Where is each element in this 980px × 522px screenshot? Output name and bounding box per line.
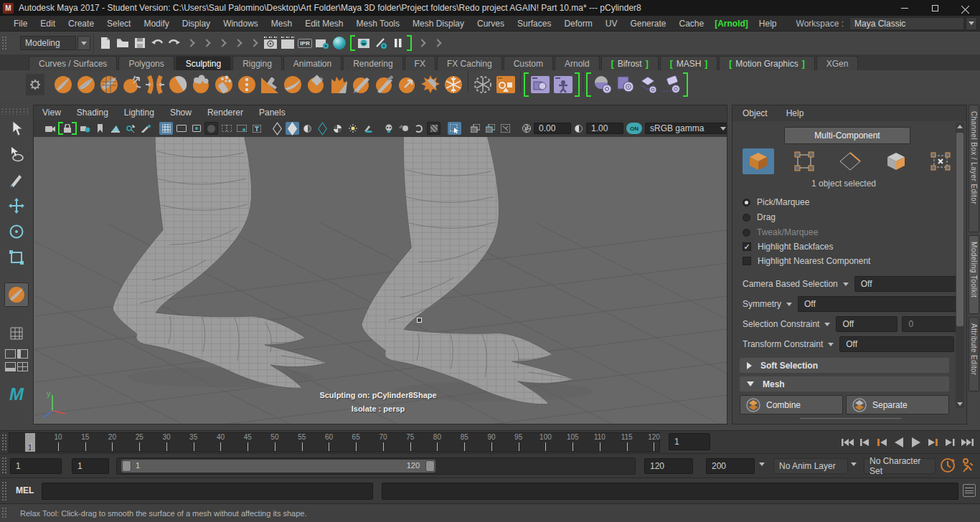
collapsed-section-chevron[interactable] [218,39,226,47]
smooth-shade-button[interactable] [286,122,299,135]
arnold-render-button[interactable] [356,35,372,51]
collapsed-section-chevron[interactable] [202,39,210,47]
menu-arnold[interactable]: [Arnold] [710,19,753,29]
playback-speed-dropdown[interactable] [759,462,765,466]
bookmark-button[interactable] [93,122,107,135]
chevron-down-icon[interactable] [824,323,830,326]
smear-tool-button[interactable] [350,72,373,97]
scrollbar-thumb[interactable] [956,133,963,326]
shelf-tab-bifrost[interactable]: Bifrost [601,56,659,70]
grab-tool-button[interactable] [121,72,143,97]
unfreeze-tool-button[interactable] [471,72,494,97]
shelf-tab-sculpting[interactable]: Sculpting [176,56,231,70]
menu-file[interactable]: File [7,19,34,29]
wireframe-on-shaded-button[interactable] [301,122,314,135]
render-view-button[interactable] [263,35,278,51]
panel-menu-lighting[interactable]: Lighting [124,108,154,118]
time-slider[interactable]: 1 5 10 15 20 25 30 35 40 45 50 55 60 65 … [9,432,660,452]
range-slider-trough[interactable]: 1 120 [116,457,636,475]
grid-toggle-button[interactable] [159,122,173,135]
color-management-toggle[interactable]: ON [626,123,642,134]
highlight-nearest-checkbox[interactable]: Highlight Nearest Component [743,256,870,266]
exposure-button[interactable] [519,122,533,135]
shelf-options-button[interactable] [26,74,44,95]
script-editor-button[interactable] [963,484,976,497]
foamy-tool-button[interactable] [189,72,212,97]
anim-layer-arrow[interactable] [851,462,857,466]
mel-input-field[interactable] [42,483,373,500]
gamma-field[interactable]: 1.00 [586,123,623,134]
step-back-frame-button[interactable] [857,434,872,451]
anim-layer-dropdown[interactable]: No Anim Layer [773,458,848,474]
gamma-button[interactable] [572,122,585,135]
wireframe-display-button[interactable] [270,122,284,135]
ipr-render-button[interactable]: IPR [297,35,313,51]
panel-menu-shading[interactable]: Shading [77,108,108,118]
selection-constraint-label[interactable]: Selection Constraint [743,319,819,329]
shelf-tab-curves-surfaces[interactable]: Curves / Surfaces [29,56,117,70]
menu-select[interactable]: Select [100,19,137,29]
textures-toggle-button[interactable] [427,122,440,135]
object-mode-button[interactable] [743,148,774,174]
chevron-down-icon[interactable] [843,283,849,286]
mesh-section[interactable]: Mesh [740,376,949,392]
chevron-down-icon[interactable] [828,343,834,346]
redo-button[interactable] [166,35,182,51]
pinch-tool-button[interactable] [143,72,166,97]
layout-four-pane-button[interactable] [17,362,28,371]
play-forwards-button[interactable] [908,434,924,451]
fill-tool-button[interactable] [327,72,350,97]
menu-surfaces[interactable]: Surfaces [511,19,557,29]
safe-action-button[interactable] [235,122,248,135]
shelf-tab-arnold[interactable]: Arnold [555,56,600,70]
shelf-tab-motion-graphics[interactable]: Motion Graphics [719,56,814,70]
multi-component-mode-button[interactable] [925,148,956,174]
gate-mask-button[interactable] [204,122,218,135]
safe-title-button[interactable] [250,122,263,135]
select-tool-button[interactable] [4,116,29,141]
menu-help[interactable]: Help [753,19,783,29]
undo-button[interactable] [149,35,165,51]
time-slider-grip[interactable] [1,434,6,450]
tab-modeling-toolkit[interactable]: Modeling Toolkit [969,235,979,314]
menu-mesh-display[interactable]: Mesh Display [406,19,471,29]
selection-constraint-number[interactable]: 0 [902,316,959,332]
highlight-selection-button[interactable] [448,122,461,135]
collapsed-section-chevron[interactable] [433,39,441,47]
sculpt-objects-button[interactable] [494,72,517,97]
menu-edit-mesh[interactable]: Edit Mesh [298,19,349,29]
field-chart-button[interactable] [220,122,233,135]
tab-channel-box-layer-editor[interactable]: Channel Box / Layer Editor [969,105,979,232]
toolbox-grip[interactable] [1,108,29,115]
scroll-down-icon[interactable] [957,402,963,406]
paint-select-tool-button[interactable] [4,168,29,192]
scale-tool-button[interactable] [4,245,29,270]
collapsed-section-chevron[interactable] [187,39,194,47]
separate-button[interactable]: Separate [846,395,949,414]
minimize-button[interactable] [890,0,920,16]
toolkit-menu-help[interactable]: Help [786,108,804,118]
selection-constraint-value[interactable]: Off [836,316,897,332]
scrape-tool-button[interactable] [304,72,327,97]
pose-editor-button[interactable] [552,72,575,97]
pause-viewport-button[interactable] [390,35,406,51]
lock-camera-button[interactable] [58,122,77,135]
flatten-tool-button[interactable] [166,72,189,97]
knife-tool-button[interactable] [373,72,396,97]
symmetry-value[interactable]: Off [798,296,957,312]
combine-button[interactable]: Combine [740,395,843,414]
shelf-tab-animation[interactable]: Animation [283,56,341,70]
collapsed-section-chevron[interactable] [234,39,242,47]
drag-radio[interactable]: Drag [743,212,776,222]
menu-uv[interactable]: UV [599,19,624,29]
camera-attributes-button[interactable] [78,122,92,135]
transform-constraint-value[interactable]: Off [839,336,954,352]
panel-menu-view[interactable]: View [42,108,61,118]
shelf-tab-fx-caching[interactable]: FX Caching [437,56,502,70]
menu-generate[interactable]: Generate [623,19,672,29]
wax-tool-button[interactable] [281,72,304,97]
playback-range-bar[interactable]: 1 120 [121,460,435,473]
toolkit-menu-object[interactable]: Object [743,108,768,118]
rotate-tool-button[interactable] [4,219,29,244]
new-scene-button[interactable] [98,35,113,51]
